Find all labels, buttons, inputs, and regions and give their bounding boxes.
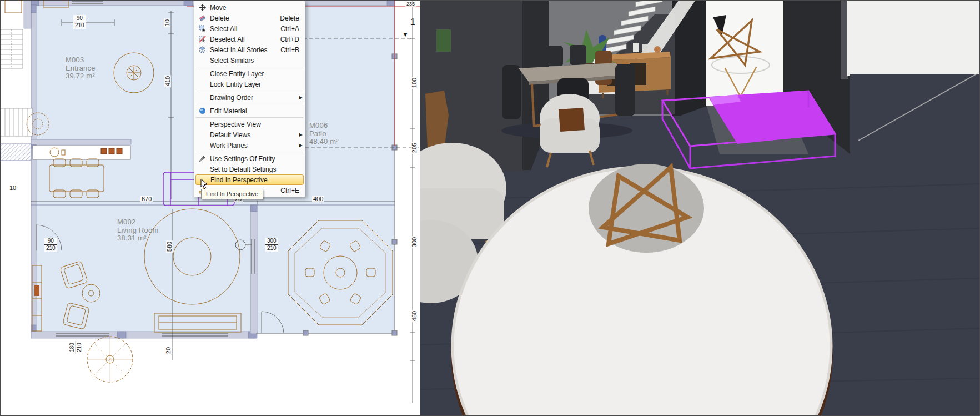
eyedropper-icon xyxy=(197,154,207,163)
room-label-living-room: M002 Living Room 38.31 m² xyxy=(117,218,158,243)
select-in-stories-icon xyxy=(197,46,207,54)
menu-icon-spacer xyxy=(197,80,207,88)
menu-item-label: Find In Perspective xyxy=(210,176,268,184)
submenu-arrow-icon: ▶ xyxy=(299,143,303,148)
room-name: Patio xyxy=(309,130,339,138)
app-window: M003 Entrance 39.72 m² M006 Patio 48.40 … xyxy=(0,0,980,416)
menu-item-deselect-all[interactable]: Deselect All Ctrl+D xyxy=(194,34,305,44)
room-id: M003 xyxy=(66,56,96,64)
menu-icon-spacer xyxy=(197,120,207,128)
menu-item-label: Lock Entity Layer xyxy=(210,81,261,88)
stairs-upper[interactable] xyxy=(1,29,23,68)
menu-separator xyxy=(196,104,303,104)
render-canvas[interactable] xyxy=(420,1,980,416)
object-shadow xyxy=(589,164,704,253)
menu-item-lock-entity-layer[interactable]: Lock Entity Layer xyxy=(194,79,305,89)
menu-icon-spacer xyxy=(197,93,207,102)
submenu-arrow-icon: ▶ xyxy=(299,132,303,137)
menu-item-shortcut: Ctrl+D xyxy=(272,36,299,43)
menu-item-label: Select Similars xyxy=(210,57,254,64)
tooltip: Find In Perspective xyxy=(201,189,263,199)
stairs-lower[interactable] xyxy=(1,108,32,136)
menu-item-shortcut: Delete xyxy=(271,14,299,22)
eraser-icon xyxy=(197,14,207,22)
kitchen-counter[interactable] xyxy=(33,146,130,159)
tree-plan[interactable] xyxy=(87,337,133,382)
material-sphere-icon xyxy=(197,107,207,115)
room-area: 38.31 m² xyxy=(117,234,158,243)
menu-item-label: Use Settings Of Entity xyxy=(210,155,275,163)
menu-separator xyxy=(196,67,303,67)
menu-separator xyxy=(196,117,303,118)
menu-item-label: Default Views xyxy=(210,131,250,139)
menu-icon-spacer xyxy=(197,141,207,149)
menu-item-label: Move xyxy=(210,4,226,12)
menu-item-label: Close Entity Layer xyxy=(210,70,264,78)
menu-item-label: Edit Material xyxy=(210,107,247,115)
hatched-wall xyxy=(1,144,31,161)
room-label-entrance: M003 Entrance 39.72 m² xyxy=(66,56,96,81)
menu-separator xyxy=(196,152,303,152)
wall-edge xyxy=(841,1,848,79)
select-all-icon xyxy=(197,24,207,33)
menu-item-default-views[interactable]: Default Views ▶ xyxy=(194,129,305,140)
dimension-label: 205 xyxy=(411,142,418,154)
menu-item-select-all[interactable]: Select All Ctrl+A xyxy=(194,23,305,34)
menu-item-label: Perspective View xyxy=(210,121,261,128)
story-down-arrow-icon[interactable]: ▼ xyxy=(401,31,410,38)
menu-item-delete[interactable]: Delete Delete xyxy=(194,13,305,23)
menu-item-label: Work Planes xyxy=(210,142,248,149)
bench-plan[interactable] xyxy=(154,313,241,332)
menu-separator xyxy=(196,91,303,91)
dimension-label: 670 xyxy=(140,196,153,202)
move-icon xyxy=(197,3,207,12)
far-right-white-wall xyxy=(847,1,980,76)
menu-item-edit-material[interactable]: Edit Material xyxy=(194,106,305,116)
room-id: M006 xyxy=(309,122,339,130)
room-id: M002 xyxy=(117,218,158,227)
dimension-label: 580 xyxy=(166,240,173,253)
dimension-label: 300210 xyxy=(265,238,278,252)
dimension-label: 400 xyxy=(312,196,324,202)
dimension-label: 300 xyxy=(411,236,418,248)
dimension-label: 20 xyxy=(165,346,172,355)
menu-item-label: Deselect All xyxy=(210,36,245,43)
room-area: 48.40 m² xyxy=(309,138,339,146)
dimension-label: 450 xyxy=(411,310,418,322)
menu-item-perspective-view[interactable]: Perspective View xyxy=(194,119,305,129)
menu-item-label: Select In All Stories xyxy=(210,46,267,54)
menu-item-label: Select All xyxy=(210,25,237,33)
menu-item-work-planes[interactable]: Work Planes ▶ xyxy=(194,140,305,151)
dimension-label: 410 xyxy=(164,75,171,87)
mouse-cursor xyxy=(200,178,208,192)
room-label-patio: M006 Patio 48.40 m² xyxy=(309,122,339,146)
context-menu: Move Delete Delete Select All Ctrl+A Des… xyxy=(194,1,305,197)
menu-item-drawing-order[interactable]: Drawing Order ▶ xyxy=(194,92,305,103)
room-area: 39.72 m² xyxy=(66,72,96,81)
menu-item-set-to-default-settings[interactable]: Set to Default Settings xyxy=(194,164,305,174)
menu-item-select-similars[interactable]: Select Similars xyxy=(194,55,305,66)
perspective-3d-view[interactable] xyxy=(420,1,980,416)
submenu-arrow-icon: ▶ xyxy=(299,95,303,100)
story-number: 1 xyxy=(409,17,416,27)
menu-icon-spacer xyxy=(197,69,207,78)
dimension-label: 10 xyxy=(8,184,17,191)
menu-item-label: Delete xyxy=(210,14,229,22)
room-name: Living Room xyxy=(117,227,158,235)
menu-item-label: Drawing Order xyxy=(210,94,253,102)
dimension-label: 100 xyxy=(411,77,418,89)
menu-item-select-in-all-stories[interactable]: Select In All Stories Ctrl+B xyxy=(194,44,305,55)
menu-icon-spacer xyxy=(197,165,207,173)
room-name: Entrance xyxy=(66,64,96,73)
wall-plant xyxy=(436,29,451,52)
menu-icon-spacer xyxy=(197,56,207,64)
dimension-label: 180210 xyxy=(69,341,83,354)
menu-item-find-in-perspective[interactable]: Find In Perspective xyxy=(195,174,304,185)
wood-chair[interactable] xyxy=(425,91,449,151)
menu-item-move[interactable]: Move xyxy=(194,2,305,13)
menu-icon-spacer xyxy=(197,131,207,139)
menu-item-use-settings-of-entity[interactable]: Use Settings Of Entity xyxy=(194,153,305,164)
dimension-label: 90210 xyxy=(44,238,57,252)
menu-item-close-entity-layer[interactable]: Close Entity Layer xyxy=(194,68,305,79)
menu-item-shortcut: Ctrl+A xyxy=(272,25,299,33)
